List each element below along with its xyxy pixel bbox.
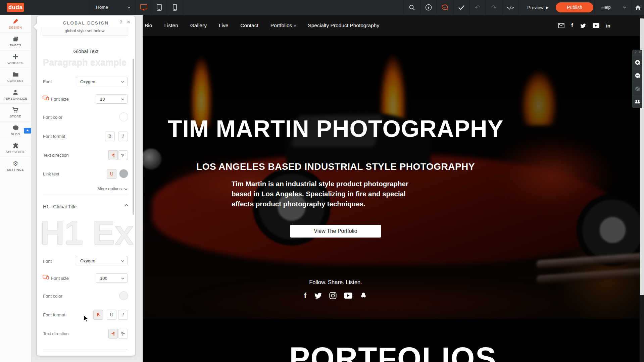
duda-editor: Bio Listen Gallery Live Contact Portfoli… bbox=[0, 0, 644, 362]
text-direction-label: Text direction bbox=[43, 153, 69, 158]
hero-subtitle: LOS ANGELES BASED INDUSTRIAL STYLE PHOTO… bbox=[142, 161, 529, 172]
chevron-down-icon: ▾ bbox=[294, 24, 296, 28]
youtube-icon[interactable] bbox=[344, 291, 352, 300]
nav-item-bio[interactable]: Bio bbox=[145, 22, 152, 29]
hero-social-icons: f bbox=[142, 291, 529, 300]
h1-font-dropdown[interactable]: Oxygen bbox=[76, 256, 128, 265]
sidebar-item-pages[interactable]: PAGES bbox=[0, 33, 31, 50]
twitter-icon[interactable] bbox=[314, 291, 322, 300]
comments-icon[interactable] bbox=[437, 0, 453, 15]
feedback-toolbar: ? × bbox=[632, 50, 642, 108]
facebook-icon[interactable]: f bbox=[304, 291, 306, 300]
app-store-star-badge: ★ bbox=[24, 128, 31, 134]
chevron-down-icon bbox=[121, 277, 124, 279]
close-icon[interactable]: × bbox=[639, 50, 641, 56]
feedback-help-icon[interactable]: ? bbox=[635, 50, 637, 56]
more-options-link[interactable]: More options bbox=[97, 187, 128, 191]
hero-content: TIM MARTIN PHOTOGRAPHY LOS ANGELES BASED… bbox=[142, 15, 529, 362]
panel-scrollbar-thumb[interactable] bbox=[133, 59, 134, 215]
editor-sidebar: DESIGN PAGES WIDGETS CONTENT PERSONALIZE… bbox=[0, 15, 31, 362]
font-format-label: Font format bbox=[43, 312, 65, 317]
site-check-icon[interactable] bbox=[453, 0, 469, 15]
sidebar-item-app-store[interactable]: APP STORE bbox=[0, 139, 31, 157]
collaborators-icon[interactable] bbox=[632, 95, 642, 108]
twitter-icon[interactable] bbox=[580, 23, 586, 28]
responsive-devices-icon bbox=[43, 275, 49, 281]
duda-logo[interactable]: duda bbox=[7, 3, 24, 12]
h1-rtl-direction-button[interactable]: ¶▸ bbox=[118, 329, 128, 339]
sidebar-item-widgets[interactable]: WIDGETS bbox=[0, 50, 31, 68]
info-icon[interactable] bbox=[420, 0, 437, 15]
rtl-direction-button[interactable]: ¶▸ bbox=[118, 150, 128, 160]
instagram-icon[interactable] bbox=[329, 291, 337, 300]
italic-button[interactable]: I bbox=[118, 132, 128, 141]
h1-ltr-direction-button[interactable]: ◂¶ bbox=[108, 329, 118, 339]
add-comment-icon[interactable] bbox=[632, 56, 642, 69]
canvas-left-edge bbox=[142, 15, 143, 362]
sidebar-item-design[interactable]: DESIGN bbox=[0, 15, 31, 33]
font-color-swatch[interactable] bbox=[119, 112, 128, 121]
undo-icon[interactable]: ↶ bbox=[469, 0, 486, 15]
cart-icon bbox=[0, 107, 31, 113]
nav-item-portfolios[interactable]: Portfolios▾ bbox=[270, 22, 296, 29]
desktop-view-button[interactable] bbox=[135, 0, 152, 15]
sidebar-item-store[interactable]: STORE bbox=[0, 104, 31, 121]
section-divider bbox=[43, 194, 128, 194]
h1-font-size-dropdown[interactable]: 100 bbox=[96, 273, 128, 283]
preview-button[interactable]: Preview ▶ bbox=[521, 0, 555, 15]
help-dropdown[interactable]: Help bbox=[598, 0, 632, 15]
sidebar-item-content[interactable]: CONTENT bbox=[0, 68, 31, 86]
facebook-icon[interactable]: f bbox=[571, 22, 573, 29]
search-icon[interactable] bbox=[404, 0, 420, 15]
h1-example-preview: H1 Example bbox=[40, 213, 134, 252]
global-text-heading: Global Text bbox=[37, 48, 135, 54]
view-portfolio-button[interactable]: View The Portfolio bbox=[290, 225, 381, 238]
link-color-swatch[interactable] bbox=[119, 169, 128, 178]
mobile-view-button[interactable] bbox=[167, 0, 183, 15]
site-nav-items: Bio Listen Gallery Live Contact Portfoli… bbox=[145, 15, 379, 36]
youtube-icon[interactable] bbox=[593, 23, 599, 28]
close-icon[interactable]: × bbox=[127, 19, 130, 25]
h1-font-color-swatch[interactable] bbox=[119, 291, 128, 300]
ltr-direction-button[interactable]: ◂¶ bbox=[108, 150, 118, 160]
font-dropdown[interactable]: Oxygen bbox=[76, 77, 128, 86]
h1-italic-button[interactable]: I bbox=[118, 310, 128, 320]
tablet-view-button[interactable] bbox=[152, 0, 167, 15]
portfolios-section-title: PORTFOLIOS bbox=[142, 341, 644, 362]
collapse-chevron-up-icon[interactable] bbox=[125, 204, 128, 206]
redo-icon[interactable]: ↷ bbox=[486, 0, 502, 15]
publish-button[interactable]: Publish bbox=[556, 2, 593, 12]
sidebar-item-personalize[interactable]: PERSONALIZE bbox=[0, 86, 31, 104]
snapchat-icon[interactable] bbox=[360, 291, 367, 300]
separator bbox=[518, 0, 519, 15]
person-icon bbox=[0, 89, 31, 96]
linkedin-icon[interactable]: in bbox=[606, 23, 610, 29]
play-icon: ▶ bbox=[546, 6, 549, 9]
h1-underline-button[interactable]: U bbox=[107, 310, 116, 320]
brush-icon bbox=[0, 18, 31, 24]
comments-list-icon[interactable] bbox=[632, 69, 642, 82]
nav-item-listen[interactable]: Listen bbox=[164, 22, 178, 29]
h1-bold-button[interactable]: B bbox=[93, 310, 103, 320]
nav-item-specialty[interactable]: Specialty Product Photography bbox=[308, 22, 379, 29]
dashboard-home-icon[interactable] bbox=[632, 0, 644, 15]
bold-button[interactable]: B bbox=[105, 132, 115, 141]
h1-section-heading: H1 - Global Title bbox=[43, 204, 77, 209]
panel-help-icon[interactable]: ? bbox=[119, 19, 122, 25]
nav-item-contact[interactable]: Contact bbox=[240, 22, 258, 29]
link-text-label: Link text bbox=[43, 171, 59, 176]
section-divider bbox=[43, 350, 128, 350]
font-color-label: Font color bbox=[43, 294, 62, 299]
font-size-dropdown[interactable]: 18 bbox=[96, 94, 128, 104]
font-label: Font bbox=[43, 79, 52, 84]
hide-comments-icon[interactable] bbox=[632, 82, 642, 95]
font-label: Font bbox=[43, 259, 52, 264]
link-underline-button[interactable]: U bbox=[107, 169, 116, 179]
nav-item-gallery[interactable]: Gallery bbox=[190, 22, 207, 29]
nav-item-live[interactable]: Live bbox=[219, 22, 228, 29]
page-selector-dropdown[interactable]: Home bbox=[89, 0, 135, 15]
dev-mode-icon[interactable]: </> bbox=[502, 0, 518, 15]
email-icon[interactable] bbox=[558, 23, 564, 28]
sidebar-item-settings[interactable]: ⚙ SETTINGS bbox=[0, 157, 31, 175]
responsive-devices-icon bbox=[43, 96, 49, 102]
